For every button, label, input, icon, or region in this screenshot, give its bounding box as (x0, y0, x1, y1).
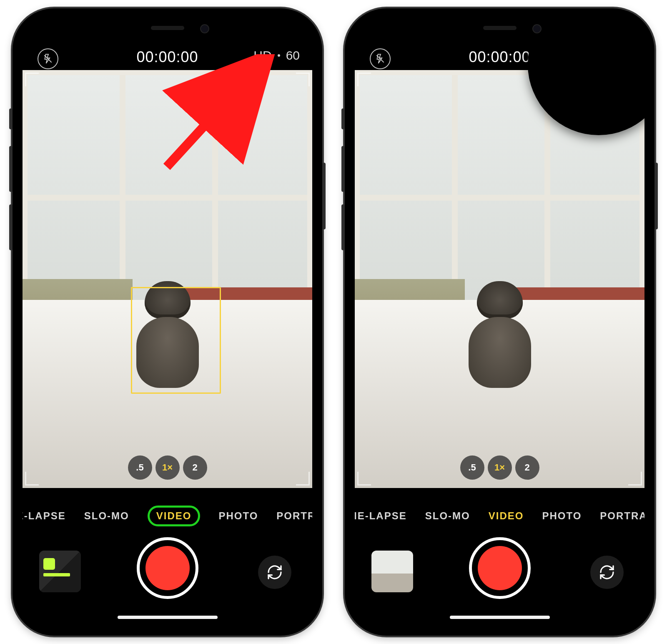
zoom-2x[interactable]: 2 (183, 455, 207, 480)
mute-switch (9, 108, 13, 129)
zoom-controls: .5 1× 2 (460, 455, 539, 480)
resolution-fps-toggle[interactable]: HD 60 (253, 48, 300, 63)
record-icon (478, 546, 522, 590)
fitness-icon (43, 558, 55, 570)
camera-bottom-bar (23, 532, 312, 626)
volume-down-button (341, 204, 345, 250)
camera-switch-button[interactable] (258, 556, 291, 589)
screen: 00:00:00 4K 30 .5 1× 2 (355, 18, 644, 626)
frame-corner (628, 472, 642, 486)
frame-corner (296, 472, 310, 486)
mode-portrait[interactable]: PORTRAI (600, 510, 644, 522)
record-button[interactable] (469, 537, 531, 599)
last-capture-thumbnail[interactable] (39, 551, 81, 592)
zoom-1x[interactable]: 1× (488, 455, 512, 480)
phone-right: 00:00:00 4K 30 .5 1× 2 (345, 8, 654, 636)
mode-selector[interactable]: ME-LAPSE SLO-MO VIDEO PHOTO PORTRAI (355, 501, 644, 531)
mode-video[interactable]: VIDEO (148, 506, 201, 526)
record-button[interactable] (137, 537, 198, 599)
notch (101, 18, 234, 40)
focus-indicator (131, 287, 221, 394)
mode-selector[interactable]: ME-LAPSE SLO-MO VIDEO PHOTO PORTRAI (23, 501, 312, 531)
frame-corner (25, 472, 39, 486)
flash-toggle[interactable] (370, 48, 391, 69)
zoom-controls: .5 1× 2 (128, 455, 207, 480)
record-icon (145, 546, 190, 590)
mode-timelapse[interactable]: ME-LAPSE (23, 510, 66, 522)
power-button (322, 163, 326, 229)
last-capture-thumbnail[interactable] (371, 551, 413, 592)
zoom-1x[interactable]: 1× (155, 455, 180, 480)
phone-left: 00:00:00 HD 60 .5 1× (13, 8, 322, 636)
resolution-label[interactable]: HD (253, 48, 271, 63)
volume-up-button (341, 146, 345, 192)
camera-switch-button[interactable] (590, 556, 624, 589)
flash-toggle[interactable] (38, 48, 58, 69)
screen: 00:00:00 HD 60 .5 1× (23, 18, 312, 626)
mode-photo[interactable]: PHOTO (218, 510, 258, 522)
zoom-0-5x[interactable]: .5 (460, 455, 484, 480)
camera-switch-icon (599, 564, 615, 581)
camera-switch-icon (266, 564, 283, 581)
mode-slomo[interactable]: SLO-MO (84, 510, 129, 522)
frame-corner (357, 73, 371, 86)
mode-video[interactable]: VIDEO (489, 510, 524, 522)
record-timer: 00:00:00 (136, 48, 198, 66)
camera-bottom-bar (355, 532, 644, 626)
mode-timelapse[interactable]: ME-LAPSE (355, 510, 407, 522)
scene-statue (462, 296, 537, 388)
separator-dot (278, 54, 280, 57)
frame-corner (296, 73, 310, 86)
fps-label[interactable]: 60 (286, 48, 300, 63)
frame-corner (357, 472, 371, 486)
mode-portrait[interactable]: PORTRAI (276, 510, 312, 522)
mode-photo[interactable]: PHOTO (542, 510, 582, 522)
home-indicator[interactable] (118, 616, 218, 619)
record-timer: 00:00:00 (469, 48, 530, 66)
flash-off-icon (43, 53, 53, 64)
notch (433, 18, 567, 40)
home-indicator[interactable] (450, 616, 550, 619)
flash-off-icon (375, 53, 386, 64)
frame-corner (25, 73, 39, 86)
viewfinder[interactable]: .5 1× 2 (23, 70, 312, 488)
comparison-screenshot: 00:00:00 HD 60 .5 1× (0, 0, 667, 644)
mute-switch (341, 108, 345, 129)
zoom-0-5x[interactable]: .5 (128, 455, 152, 480)
volume-up-button (9, 146, 13, 192)
volume-down-button (9, 204, 13, 250)
mode-slomo[interactable]: SLO-MO (425, 510, 470, 522)
zoom-2x[interactable]: 2 (515, 455, 539, 480)
power-button (654, 163, 658, 229)
